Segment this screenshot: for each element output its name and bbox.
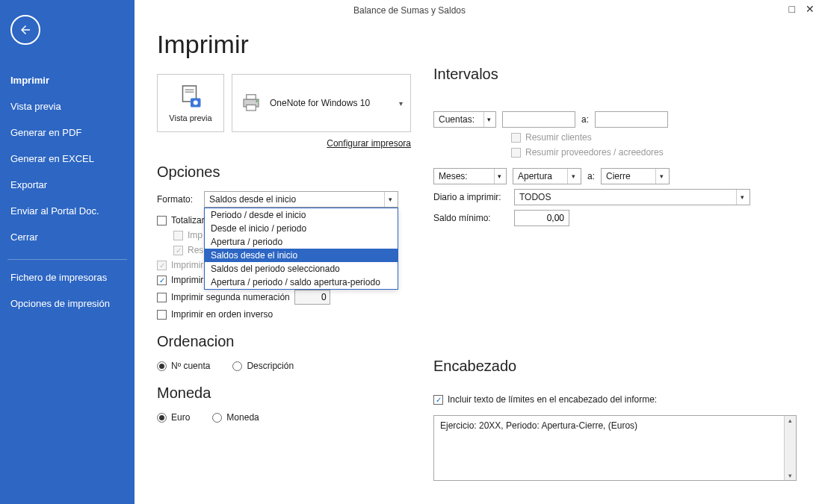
ordenacion-heading: Ordenacion (157, 333, 411, 350)
imp-label: Imp (188, 230, 203, 240)
cuentas-from-input[interactable] (502, 111, 575, 128)
right-column: Intervalos Cuentas: ▾ a: Resumir cliente… (433, 30, 797, 481)
cuentas-to-input[interactable] (595, 111, 668, 128)
res-checkbox (173, 246, 183, 255)
resumir-clientes-label: Resumir clientes (525, 132, 592, 143)
orden-inverso-label: Imprimir en orden inverso (171, 309, 273, 320)
svg-rect-6 (247, 95, 256, 99)
sidebar-item-fichero-impresoras[interactable]: Fichero de impresoras (0, 264, 135, 290)
chevron-down-icon: ▾ (399, 99, 403, 108)
sidebar-item-imprimir[interactable]: Imprimir (0, 67, 135, 93)
opciones-heading: Opciones (157, 164, 411, 181)
saldo-min-label: Saldo mínimo: (433, 213, 508, 223)
formato-option[interactable]: Apertura / periodo (205, 235, 398, 249)
diario-select[interactable]: TODOS ▾ (514, 189, 750, 205)
preview-label: Vista previa (169, 113, 211, 122)
saldo-min-input[interactable] (514, 210, 569, 226)
formato-option[interactable]: Desde el inicio / periodo (205, 222, 398, 235)
sidebar-item-exportar[interactable]: Exportar (0, 172, 135, 198)
page-title: Imprimir (157, 30, 411, 59)
chevron-down-icon[interactable]: ▾ (785, 471, 796, 480)
orden-inverso-checkbox[interactable] (157, 310, 167, 320)
formato-dropdown: Periodo / desde el inicio Desde el inici… (204, 208, 398, 290)
formato-label: Formato: (157, 194, 198, 205)
cuentas-combo[interactable]: Cuentas: ▾ (433, 111, 496, 128)
printer-select[interactable]: OneNote for Windows 10 ▾ (232, 74, 411, 132)
svg-rect-2 (185, 92, 194, 93)
moneda-euro-radio[interactable] (157, 413, 167, 423)
meses-from-select[interactable]: Apertura ▾ (513, 168, 581, 184)
sidebar-item-enviar-portal[interactable]: Enviar al Portal Doc. (0, 198, 135, 224)
sidebar-item-generar-excel[interactable]: Generar en EXCEL (0, 146, 135, 172)
ordenacion-ncuenta-radio[interactable] (157, 361, 167, 371)
res-label: Res (188, 245, 203, 255)
a-label: a: (581, 114, 589, 125)
solo-titulos-checkbox (157, 261, 167, 270)
print-preview-icon (177, 84, 204, 111)
printer-name: OneNote for Windows 10 (270, 98, 370, 108)
encabezado-heading: Encabezado (433, 358, 797, 375)
incluir-texto-label: Incluir texto de límites en el encabezad… (448, 394, 657, 405)
chevron-down-icon: ▾ (655, 169, 667, 184)
svg-rect-1 (185, 90, 194, 91)
chevron-down-icon: ▾ (567, 169, 579, 184)
sidebar-item-vista-previa[interactable]: Vista previa (0, 93, 135, 119)
svg-rect-7 (247, 105, 256, 111)
svg-point-8 (256, 100, 258, 102)
segunda-numeracion-value[interactable] (294, 290, 330, 305)
sidebar-item-generar-pdf[interactable]: Generar en PDF (0, 119, 135, 146)
totalizar-label: Totalizar (171, 215, 205, 225)
formato-option[interactable]: Periodo / desde el inicio (205, 208, 398, 222)
sidebar: Imprimir Vista previa Generar en PDF Gen… (0, 0, 135, 504)
a-label-2: a: (587, 171, 595, 181)
configure-printer-link[interactable]: Configurar impresora (327, 138, 411, 149)
formato-option[interactable]: Apertura / periodo / saldo apertura-peri… (205, 276, 398, 289)
diario-label: Diario a imprimir: (433, 192, 508, 202)
moneda-moneda-radio[interactable] (212, 413, 222, 423)
vista-previa-button[interactable]: Vista previa (157, 74, 224, 132)
sidebar-item-cerrar[interactable]: Cerrar (0, 224, 135, 250)
chevron-down-icon: ▾ (483, 112, 494, 127)
imp-checkbox (173, 231, 183, 240)
svg-point-4 (194, 101, 198, 105)
formato-option[interactable]: Saldos desde el inicio (205, 249, 398, 262)
chevron-up-icon[interactable]: ▴ (785, 416, 796, 425)
ordenacion-descripcion-radio[interactable] (232, 361, 242, 371)
meses-to-select[interactable]: Cierre ▾ (601, 168, 670, 184)
intervalos-heading: Intervalos (433, 66, 797, 83)
arrow-left-icon (19, 23, 32, 37)
chevron-down-icon: ▾ (494, 169, 504, 184)
left-column: Imprimir Vista previa (157, 30, 411, 436)
sidebar-item-opciones-impresion[interactable]: Opciones de impresión (0, 290, 135, 317)
segunda-numeracion-label: Imprimir segunda numeración (171, 292, 290, 302)
formato-select[interactable]: Saldos desde el inicio ▾ (204, 191, 398, 208)
resumir-prov-checkbox (511, 148, 521, 158)
segunda-numeracion-checkbox[interactable] (157, 293, 167, 302)
sidebar-separator (7, 259, 127, 260)
back-button[interactable] (10, 15, 40, 45)
resumir-clientes-checkbox (511, 133, 521, 143)
chevron-down-icon: ▾ (384, 192, 396, 207)
printer-icon (240, 92, 262, 114)
moneda-heading: Moneda (157, 385, 411, 402)
chevron-down-icon: ▾ (736, 190, 748, 205)
scrollbar[interactable]: ▴ ▾ (784, 416, 796, 480)
cuentas-sin-saldo-checkbox[interactable] (157, 276, 167, 285)
meses-combo[interactable]: Meses: ▾ (433, 168, 507, 184)
resumir-prov-label: Resumir proveedores / acreedores (525, 147, 664, 158)
encabezado-textarea[interactable]: Ejercicio: 20XX, Periodo: Apertura-Cierr… (433, 415, 797, 481)
totalizar-checkbox[interactable] (157, 216, 167, 225)
formato-option[interactable]: Saldos del periodo seleccionado (205, 262, 398, 276)
content: Imprimir Vista previa (135, 0, 819, 504)
incluir-texto-checkbox[interactable] (433, 395, 443, 405)
